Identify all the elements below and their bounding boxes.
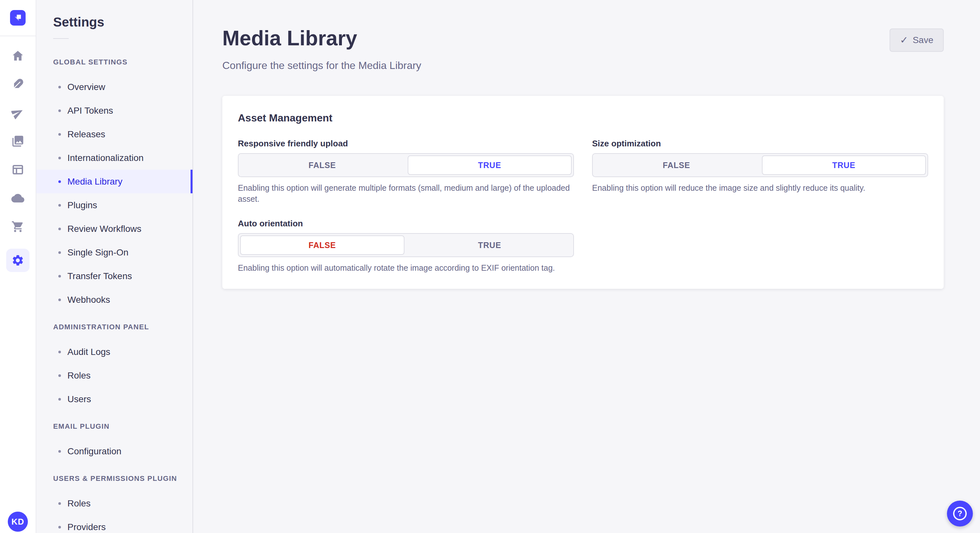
sidebar-item-review-workflows[interactable]: Review Workflows — [36, 217, 192, 241]
check-icon: ✓ — [900, 35, 908, 45]
sidebar-item-plugins[interactable]: Plugins — [36, 194, 192, 217]
main-navigation: KD — [0, 0, 36, 533]
bullet-icon — [58, 450, 61, 453]
field-hint: Enabling this option will reduce the ima… — [592, 182, 928, 194]
settings-sidebar: Settings GLOBAL SETTINGSOverviewAPI Toke… — [36, 0, 193, 533]
nav-section-header: ADMINISTRATION PANEL — [36, 320, 192, 333]
sidebar-item-label: Media Library — [67, 176, 123, 187]
bullet-icon — [58, 502, 61, 505]
avatar[interactable]: KD — [8, 512, 28, 532]
sidebar-item-label: Releases — [67, 129, 105, 140]
bullet-icon — [58, 298, 61, 301]
sidebar-item-audit-logs[interactable]: Audit Logs — [36, 340, 192, 364]
sidebar-item-roles[interactable]: Roles — [36, 492, 192, 515]
nav-cart-icon[interactable] — [11, 220, 24, 233]
nav-gear-icon[interactable] — [6, 249, 30, 272]
home-icon — [11, 49, 24, 62]
sidebar-item-label: Plugins — [67, 200, 97, 211]
images-icon — [11, 135, 24, 148]
sidebar-item-label: Roles — [67, 498, 91, 509]
sidebar-item-single-sign-on[interactable]: Single Sign-On — [36, 241, 192, 264]
toggle-option-true[interactable]: TRUE — [408, 235, 572, 255]
strapi-logo[interactable] — [10, 10, 25, 25]
page-subtitle: Configure the settings for the Media Lib… — [222, 58, 944, 73]
sidebar-item-providers[interactable]: Providers — [36, 515, 192, 533]
field-hint: Enabling this option will automatically … — [238, 262, 574, 273]
sidebar-item-media-library[interactable]: Media Library — [36, 170, 192, 194]
boolean-toggle: FALSETRUE — [592, 153, 928, 177]
boolean-toggle: FALSETRUE — [238, 233, 574, 257]
page-title: Media Library — [222, 26, 944, 51]
nav-layout-icon[interactable] — [11, 163, 24, 176]
fields-grid: Responsive friendly uploadFALSETRUEEnabl… — [238, 139, 928, 273]
field-hint: Enabling this option will generate multi… — [238, 182, 574, 204]
gear-icon — [11, 254, 24, 267]
card-title: Asset Management — [238, 111, 928, 124]
nav-section-header: USERS & PERMISSIONS PLUGIN — [36, 472, 192, 485]
bullet-icon — [58, 228, 61, 230]
field-auto-orientation: Auto orientationFALSETRUEEnabling this o… — [238, 219, 574, 273]
nav-home-icon[interactable] — [11, 49, 24, 62]
sidebar-item-label: Single Sign-On — [67, 247, 128, 258]
toggle-option-true[interactable]: TRUE — [408, 155, 572, 175]
toggle-option-true[interactable]: TRUE — [762, 155, 926, 175]
sidebar-item-internationalization[interactable]: Internationalization — [36, 146, 192, 170]
nav-icon-list — [6, 36, 30, 272]
sidebar-item-releases[interactable]: Releases — [36, 122, 192, 146]
sidebar-item-overview[interactable]: Overview — [36, 75, 192, 99]
sidebar-item-label: Transfer Tokens — [67, 271, 132, 281]
nav-section-header: GLOBAL SETTINGS — [36, 56, 192, 69]
nav-cloud-icon[interactable] — [11, 192, 24, 205]
sidebar-item-label: Users — [67, 394, 91, 405]
save-button-label: Save — [913, 35, 933, 45]
sidebar-item-users[interactable]: Users — [36, 387, 192, 411]
sidebar-item-configuration[interactable]: Configuration — [36, 439, 192, 463]
sidebar-item-label: Internationalization — [67, 153, 143, 163]
bullet-icon — [58, 86, 61, 89]
nav-section: EMAIL PLUGINConfiguration — [36, 420, 192, 463]
nav-section-header: EMAIL PLUGIN — [36, 420, 192, 433]
bullet-icon — [58, 275, 61, 278]
bullet-icon — [58, 351, 61, 353]
layout-icon — [11, 163, 24, 176]
help-button[interactable]: ? — [947, 501, 973, 527]
logo-container — [0, 0, 36, 36]
bullet-icon — [58, 133, 61, 136]
sidebar-item-label: Overview — [67, 82, 105, 92]
toggle-option-false[interactable]: FALSE — [594, 155, 759, 175]
main-content: Media Library Configure the settings for… — [193, 0, 980, 533]
page-header: Media Library Configure the settings for… — [193, 0, 980, 73]
field-responsive-friendly-upload: Responsive friendly uploadFALSETRUEEnabl… — [238, 139, 574, 204]
nav-feather-icon[interactable] — [11, 78, 24, 90]
paper-plane-icon — [11, 106, 24, 119]
sidebar-item-label: Review Workflows — [67, 224, 141, 234]
bullet-icon — [58, 398, 61, 401]
nav-item-list: Audit LogsRolesUsers — [36, 340, 192, 411]
sidebar-item-webhooks[interactable]: Webhooks — [36, 288, 192, 311]
nav-section: ADMINISTRATION PANELAudit LogsRolesUsers — [36, 320, 192, 411]
settings-nav: GLOBAL SETTINGSOverviewAPI TokensRelease… — [36, 56, 192, 533]
nav-paper-plane-icon[interactable] — [11, 106, 24, 119]
nav-item-list: RolesProviders — [36, 492, 192, 533]
nav-item-list: Configuration — [36, 439, 192, 463]
sidebar-item-label: Providers — [67, 522, 106, 532]
toggle-option-false[interactable]: FALSE — [240, 235, 404, 255]
nav-section: GLOBAL SETTINGSOverviewAPI TokensRelease… — [36, 56, 192, 311]
toggle-option-false[interactable]: FALSE — [240, 155, 404, 175]
settings-sidebar-title: Settings — [53, 14, 192, 30]
field-label: Auto orientation — [238, 219, 574, 228]
bullet-icon — [58, 251, 61, 254]
sidebar-item-roles[interactable]: Roles — [36, 364, 192, 387]
sidebar-item-transfer-tokens[interactable]: Transfer Tokens — [36, 264, 192, 288]
question-mark-icon: ? — [953, 507, 967, 520]
divider — [53, 38, 69, 39]
sidebar-item-label: Roles — [67, 370, 91, 381]
boolean-toggle: FALSETRUE — [238, 153, 574, 177]
save-button[interactable]: ✓ Save — [889, 29, 944, 52]
sidebar-item-label: Configuration — [67, 446, 121, 457]
sidebar-item-api-tokens[interactable]: API Tokens — [36, 99, 192, 122]
nav-section: USERS & PERMISSIONS PLUGINRolesProviders — [36, 472, 192, 533]
nav-item-list: OverviewAPI TokensReleasesInternationali… — [36, 75, 192, 311]
nav-images-icon[interactable] — [11, 135, 24, 148]
cart-icon — [11, 220, 24, 233]
